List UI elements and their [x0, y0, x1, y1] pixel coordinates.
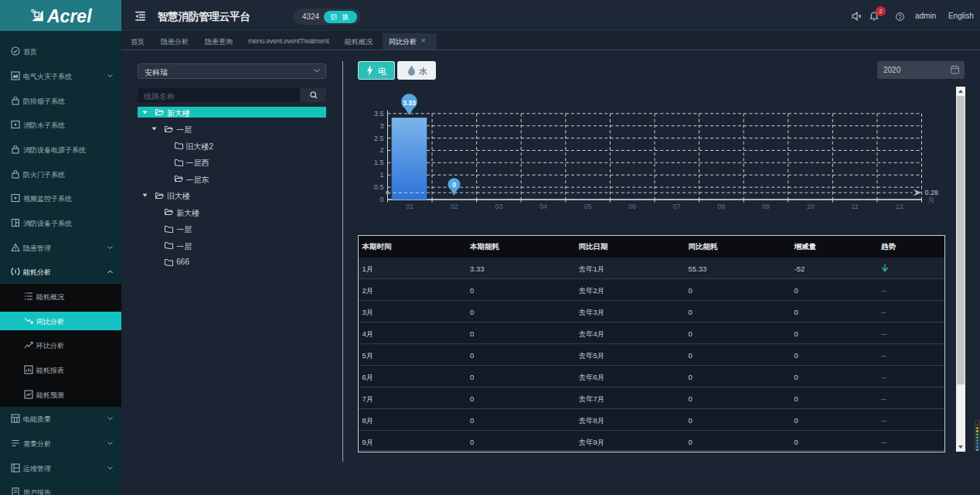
svg-text:02: 02 — [451, 203, 458, 210]
svg-text:0.5: 0.5 — [374, 183, 384, 191]
svg-text:2: 2 — [379, 146, 383, 154]
svg-text:11: 11 — [851, 203, 858, 210]
svg-text:3.33: 3.33 — [403, 99, 416, 107]
svg-text:1: 1 — [379, 171, 383, 179]
svg-text:3.5: 3.5 — [374, 110, 384, 118]
svg-text:0: 0 — [379, 196, 383, 203]
svg-text:12: 12 — [896, 203, 903, 210]
svg-text:05: 05 — [584, 203, 592, 210]
svg-text:月: 月 — [928, 196, 935, 204]
svg-text:3: 3 — [379, 122, 383, 130]
svg-text:07: 07 — [673, 203, 681, 210]
svg-text:0.28: 0.28 — [925, 189, 939, 196]
svg-text:03: 03 — [495, 203, 502, 210]
svg-text:0: 0 — [452, 181, 456, 189]
svg-text:2.5: 2.5 — [374, 135, 384, 142]
svg-text:06: 06 — [628, 203, 636, 210]
svg-text:10: 10 — [807, 203, 815, 210]
svg-text:01: 01 — [406, 203, 413, 210]
svg-text:09: 09 — [762, 203, 770, 210]
svg-text:1.5: 1.5 — [374, 159, 384, 166]
svg-text:08: 08 — [717, 203, 725, 210]
svg-text:04: 04 — [539, 203, 547, 210]
